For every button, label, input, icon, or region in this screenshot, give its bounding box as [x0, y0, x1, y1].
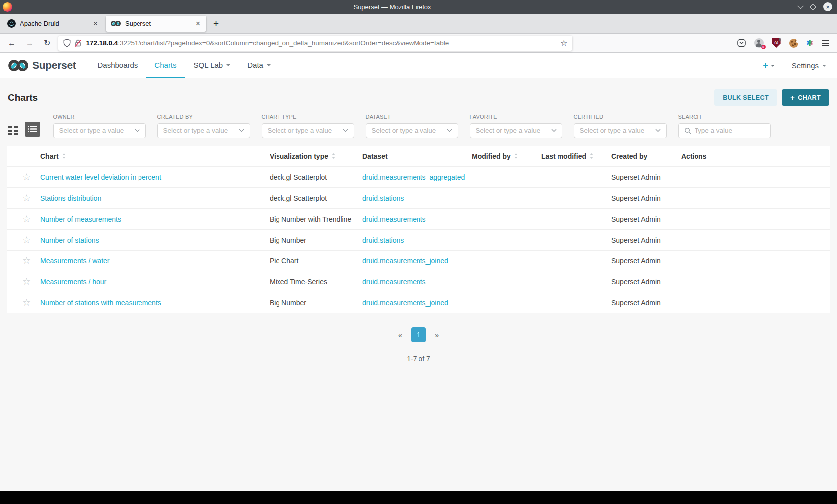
- favorite-star-icon[interactable]: ☆: [22, 277, 31, 286]
- dataset-link[interactable]: druid.measurements: [362, 215, 426, 223]
- new-tab-button[interactable]: +: [207, 18, 225, 29]
- filter-select[interactable]: Select or type a value: [470, 123, 562, 138]
- url-bar[interactable]: 172.18.0.4:32251/chart/list/?pageIndex=0…: [58, 36, 572, 51]
- superset-brand[interactable]: Superset: [8, 53, 76, 78]
- tab-superset[interactable]: Superset ×: [106, 16, 206, 32]
- filter-select[interactable]: Select or type a value: [157, 123, 250, 138]
- dataset-link[interactable]: druid.measurements_joined: [362, 257, 448, 265]
- column-header[interactable]: Visualization type: [270, 152, 362, 160]
- add-chart-button[interactable]: +CHART: [782, 89, 829, 106]
- nav-item-sql-lab[interactable]: SQL Lab: [185, 53, 239, 78]
- url-text: 172.18.0.4:32251/chart/list/?pageIndex=0…: [86, 39, 557, 47]
- filter-placeholder: Select or type a value: [163, 127, 239, 134]
- filter-select[interactable]: Select or type a value: [366, 123, 458, 138]
- shield-icon[interactable]: [63, 39, 71, 47]
- column-header[interactable]: Last modified: [541, 152, 611, 160]
- sort-icon[interactable]: [514, 153, 518, 159]
- search-input[interactable]: [695, 127, 765, 134]
- filter-label: DATASET: [366, 114, 458, 120]
- filter-select[interactable]: Select or type a value: [262, 123, 354, 138]
- column-header[interactable]: Actions: [681, 152, 830, 160]
- favorite-star-icon[interactable]: ☆: [22, 298, 31, 307]
- bulk-select-button[interactable]: BULK SELECT: [714, 89, 777, 106]
- tab-apache-druid[interactable]: Apache Druid ×: [3, 16, 104, 32]
- chart-link[interactable]: Measurements / hour: [40, 278, 106, 286]
- adblock-shield-icon[interactable]: ω4: [772, 38, 781, 48]
- sort-icon[interactable]: [62, 153, 66, 159]
- filter-group: FAVORITE Select or type a value: [470, 114, 562, 138]
- filter-select[interactable]: Select or type a value: [53, 123, 146, 138]
- column-header[interactable]: Created by: [611, 152, 681, 160]
- sort-icon[interactable]: [589, 153, 594, 159]
- favorite-star-icon[interactable]: ☆: [22, 235, 31, 245]
- insecure-lock-icon[interactable]: [74, 39, 82, 47]
- nav-item-dashboards[interactable]: Dashboards: [89, 53, 146, 78]
- reload-button[interactable]: ↻: [39, 38, 55, 48]
- list-view-icon[interactable]: [25, 122, 40, 137]
- tab-close-icon[interactable]: ×: [194, 19, 202, 28]
- account-icon[interactable]: ×: [754, 38, 764, 48]
- browser-window: Superset — Mozilla Firefox × Apache Drui…: [0, 0, 837, 504]
- cookie-icon[interactable]: [789, 39, 798, 48]
- bookmark-star-icon[interactable]: ☆: [560, 38, 567, 48]
- favorite-star-icon[interactable]: ☆: [22, 193, 31, 203]
- dataset-link[interactable]: druid.measurements_aggregated: [362, 173, 465, 181]
- filter-label: CHART TYPE: [262, 114, 354, 120]
- menu-icon[interactable]: [822, 40, 829, 46]
- filter-group: SEARCH Type a value: [678, 114, 771, 138]
- adblock-badge: 4: [779, 35, 785, 41]
- back-button[interactable]: ←: [3, 39, 21, 48]
- favorite-star-icon[interactable]: ☆: [22, 256, 31, 265]
- tab-close-icon[interactable]: ×: [92, 19, 99, 28]
- dataset-link[interactable]: druid.stations: [362, 236, 404, 244]
- window-close-icon[interactable]: ×: [823, 2, 832, 11]
- minimize-icon[interactable]: [797, 3, 804, 9]
- card-view-icon[interactable]: [8, 126, 18, 137]
- dataset-link[interactable]: druid.stations: [362, 194, 404, 202]
- forward-button[interactable]: →: [21, 39, 39, 48]
- chevron-down-icon: [551, 129, 557, 132]
- column-header[interactable]: Chart: [40, 152, 270, 160]
- filter-group: CREATED BY Select or type a value: [157, 114, 250, 138]
- url-host: 172.18.0.4: [86, 39, 118, 47]
- favorite-star-icon[interactable]: ☆: [22, 172, 31, 182]
- dataset-link[interactable]: druid.measurements_joined: [362, 299, 448, 307]
- superset-navbar: Superset Dashboards Charts SQL Lab Data …: [0, 53, 837, 78]
- column-header[interactable]: Dataset: [362, 152, 472, 160]
- filter-select[interactable]: Select or type a value: [574, 123, 667, 138]
- sort-icon[interactable]: [331, 153, 336, 159]
- chart-link[interactable]: Number of stations with measurements: [40, 299, 161, 307]
- new-item-menu[interactable]: +: [763, 60, 775, 71]
- chart-link[interactable]: Number of measurements: [40, 215, 121, 223]
- next-page-button[interactable]: »: [430, 329, 444, 341]
- created-by-cell: Superset Admin: [611, 194, 681, 202]
- pocket-icon[interactable]: [737, 39, 746, 47]
- favorite-star-icon[interactable]: ☆: [22, 214, 31, 224]
- url-path: :32251/chart/list/?pageIndex=0&sortColum…: [118, 39, 449, 47]
- chart-link[interactable]: Current water level deviation in percent: [40, 173, 161, 181]
- chevron-down-icon: [822, 65, 826, 67]
- tab-label: Superset: [125, 20, 194, 27]
- filter-group: DATASET Select or type a value: [366, 114, 458, 138]
- chart-link[interactable]: Number of stations: [40, 236, 99, 244]
- previous-page-button[interactable]: «: [393, 329, 407, 341]
- chart-link[interactable]: Measurements / water: [40, 257, 110, 265]
- chevron-down-icon: [343, 129, 348, 132]
- page-1-button[interactable]: 1: [411, 327, 426, 342]
- filter-bar: OWNER Select or type a value CREATED BY …: [0, 114, 837, 138]
- pagination-summary: 1-7 of 7: [0, 355, 837, 363]
- column-header[interactable]: Modified by: [472, 152, 541, 160]
- nav-item-charts[interactable]: Charts: [146, 53, 185, 78]
- account-error-badge: ×: [761, 45, 766, 49]
- dataset-link[interactable]: druid.measurements: [362, 278, 426, 286]
- extension-asterisk-icon[interactable]: ✱: [807, 39, 813, 47]
- settings-menu[interactable]: Settings: [792, 61, 826, 70]
- maximize-icon[interactable]: [810, 4, 816, 10]
- nav-item-data[interactable]: Data: [239, 53, 279, 78]
- chart-link[interactable]: Stations distribution: [40, 194, 101, 202]
- viz-type-cell: deck.gl Scatterplot: [270, 194, 362, 202]
- filter-select[interactable]: Type a value: [678, 123, 771, 138]
- pagination: « 1 »: [0, 327, 837, 342]
- created-by-cell: Superset Admin: [611, 215, 681, 223]
- filter-label: FAVORITE: [470, 114, 562, 120]
